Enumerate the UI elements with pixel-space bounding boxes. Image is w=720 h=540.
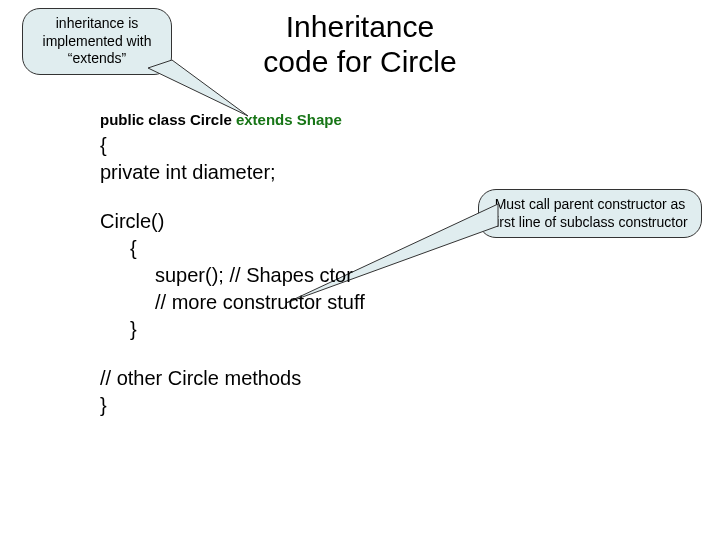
decl-extends: extends Shape (236, 111, 342, 128)
code-block: public class Circle extends Shape { priv… (100, 110, 600, 419)
class-declaration: public class Circle extends Shape (100, 110, 600, 130)
other-methods: // other Circle methods (100, 365, 600, 392)
brace-close: } (100, 392, 600, 419)
blank-line (100, 186, 600, 208)
ctor-line-1: super(); // Shapes ctor (100, 262, 600, 289)
decl-prefix: public class Circle (100, 111, 236, 128)
field-line: private int diameter; (100, 159, 600, 186)
ctor-line-2: // more constructor stuff (100, 289, 600, 316)
blank-line-2 (100, 343, 600, 365)
ctor-brace-open: { (100, 235, 600, 262)
ctor-head: Circle() (100, 208, 600, 235)
ctor-brace-close: } (100, 316, 600, 343)
brace-open: { (100, 132, 600, 159)
